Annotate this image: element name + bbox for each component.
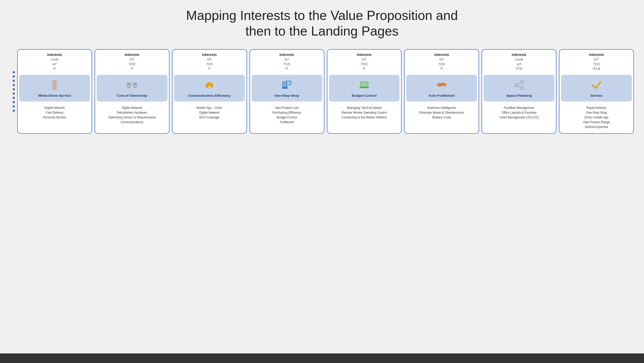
cards-container: InterestsLocalIoTIT White-Glove ServiceD… (17, 49, 634, 134)
svg-rect-27 (359, 87, 369, 88)
card-top-auto-fulfillment: InterestsIoTTCOIT (405, 50, 479, 73)
card-bottom-white-glove: Digital NetworkFast DeliveryPersonal Ser… (18, 103, 92, 133)
interests-label-white-glove: Interests (20, 53, 89, 57)
card-top-cost-of-ownership: InterestsIoTTCOIT (95, 50, 169, 73)
interests-items-communication-efficiency: IoTTCOIT (175, 57, 244, 71)
svg-rect-22 (283, 82, 286, 87)
dot (13, 97, 15, 99)
card-middle-space-planning: Space Planning (484, 75, 554, 102)
card-middle-communication-efficiency: ☁ ↑ Communication Efficiency (174, 75, 245, 102)
card-middle-budget-control: Budget Control (329, 75, 400, 102)
interests-label-cost-of-ownership: Interests (98, 53, 166, 57)
interests-label-one-stop-shop: Interests (253, 53, 321, 57)
interests-label-space-planning: Interests (485, 53, 553, 57)
card-communication-efficiency: InterestsIoTTCOIT ☁ ↑ Communication Effi… (172, 49, 247, 134)
svg-point-30 (515, 84, 518, 87)
card-budget-control: InterestsIoTTCOIT Budget ControlManaging… (327, 49, 402, 134)
dot (13, 80, 15, 82)
card-middle-white-glove: White-Glove Service (19, 75, 90, 102)
card-space-planning: InterestsLocalIoTTCO Space PlanningFacil… (482, 49, 556, 134)
value-label-auto-fulfillment: Auto-Fulfillment (429, 93, 455, 98)
value-label-communication-efficiency: Communication Efficiency (188, 93, 231, 98)
interests-items-auto-fulfillment: IoTTCOIT (407, 57, 476, 71)
dot (13, 105, 15, 108)
card-middle-auto-fulfillment: Auto-Fulfillment (406, 75, 477, 102)
dot (13, 101, 15, 103)
footer-bar (0, 353, 644, 363)
svg-point-31 (521, 87, 524, 90)
svg-rect-23 (286, 86, 288, 88)
card-bottom-budget-control: Managing Tail-End SpendRemote Worker Spe… (327, 103, 401, 133)
phone-icon (48, 79, 61, 91)
card-middle-cost-of-ownership: Cost of Ownership (97, 75, 167, 102)
svg-rect-20 (286, 81, 291, 85)
interests-items-space-planning: LocalIoTTCO (485, 57, 553, 71)
card-top-budget-control: InterestsIoTTCOIT (327, 50, 401, 73)
svg-rect-26 (361, 82, 368, 87)
money-icon (126, 79, 138, 91)
card-bottom-service: Rapid DeliveryOne-Stop-Shop2Clixz mobile… (559, 103, 633, 133)
card-bottom-space-planning: Facilities ManagementOffice Layouts & Fu… (482, 103, 556, 133)
handshake-icon (436, 79, 448, 91)
diagram-area: InterestsLocalIoTIT White-Glove ServiceD… (10, 49, 634, 134)
value-label-service: Service (591, 93, 603, 98)
card-white-glove: InterestsLocalIoTIT White-Glove ServiceD… (17, 49, 92, 134)
value-label-white-glove: White-Glove Service (38, 93, 71, 98)
svg-rect-24 (286, 88, 288, 89)
card-top-one-stop-shop: InterestsIoTTCOIT (250, 50, 324, 73)
interests-label-budget-control: Interests (330, 53, 399, 57)
value-label-space-planning: Space Planning (506, 93, 532, 98)
dot (13, 110, 15, 112)
card-top-white-glove: InterestsLocalIoTIT (18, 50, 92, 73)
card-middle-one-stop-shop: One-Stop-Shop (251, 75, 322, 102)
dots-column (10, 49, 17, 134)
svg-text:↑: ↑ (208, 81, 210, 85)
interests-items-one-stop-shop: IoTTCOIT (253, 57, 321, 71)
interests-label-auto-fulfillment: Interests (407, 53, 476, 57)
value-label-budget-control: Budget Control (352, 93, 377, 98)
interests-items-service: IoTTCOIT/LB (562, 57, 631, 71)
card-cost-of-ownership: InterestsIoTTCOIT Cost of OwnershipDigit… (95, 49, 170, 134)
share-icon (513, 79, 525, 91)
card-top-communication-efficiency: InterestsIoTTCOIT (173, 50, 246, 73)
interests-items-white-glove: LocalIoTIT (20, 57, 89, 71)
desktop-icon (281, 79, 293, 91)
card-bottom-cost-of-ownership: Digital NetworkRefurbished HardwareOptim… (95, 103, 169, 133)
dot (13, 92, 15, 95)
card-top-space-planning: InterestsLocalIoTTCO (482, 50, 556, 73)
card-bottom-communication-efficiency: Mobile App – 2clixzDigital NetworkDCA Co… (173, 103, 246, 133)
card-auto-fulfillment: InterestsIoTTCOIT Auto-FulfillmentBusine… (404, 49, 479, 134)
dot (13, 84, 15, 86)
interests-label-communication-efficiency: Interests (175, 53, 244, 57)
card-middle-service: Service (561, 75, 632, 102)
svg-rect-1 (53, 81, 56, 88)
laptop-icon (358, 79, 370, 91)
card-service: InterestsIoTTCOIT/LB ServiceRapid Delive… (559, 49, 634, 134)
svg-rect-3 (53, 81, 55, 81)
card-bottom-auto-fulfillment: Business IntelligenceEliminate Waste & O… (405, 103, 479, 133)
dot (13, 88, 15, 90)
page-title: Mapping Interests to the Value Propositi… (10, 8, 634, 39)
svg-point-2 (54, 88, 55, 89)
dot (13, 71, 15, 73)
check-icon (591, 79, 603, 91)
interests-items-budget-control: IoTTCOIT (330, 57, 399, 71)
dot (13, 75, 15, 78)
svg-line-33 (518, 86, 521, 87)
svg-point-29 (521, 81, 524, 84)
interests-items-cost-of-ownership: IoTTCOIT (98, 57, 166, 71)
svg-point-7 (131, 86, 133, 88)
svg-line-32 (518, 83, 521, 84)
svg-point-28 (439, 83, 444, 86)
value-label-one-stop-shop: One-Stop-Shop (274, 93, 299, 98)
card-bottom-one-stop-shop: Vast Product LinePurchasing EfficiencyBu… (250, 103, 324, 133)
cloud-icon: ☁ ↑ (203, 79, 215, 91)
card-one-stop-shop: InterestsIoTTCOIT One-Stop-ShopVast Prod… (249, 49, 324, 134)
card-top-service: InterestsIoTTCOIT/LB (559, 50, 633, 73)
interests-label-service: Interests (562, 53, 631, 57)
value-label-cost-of-ownership: Cost of Ownership (117, 93, 147, 98)
